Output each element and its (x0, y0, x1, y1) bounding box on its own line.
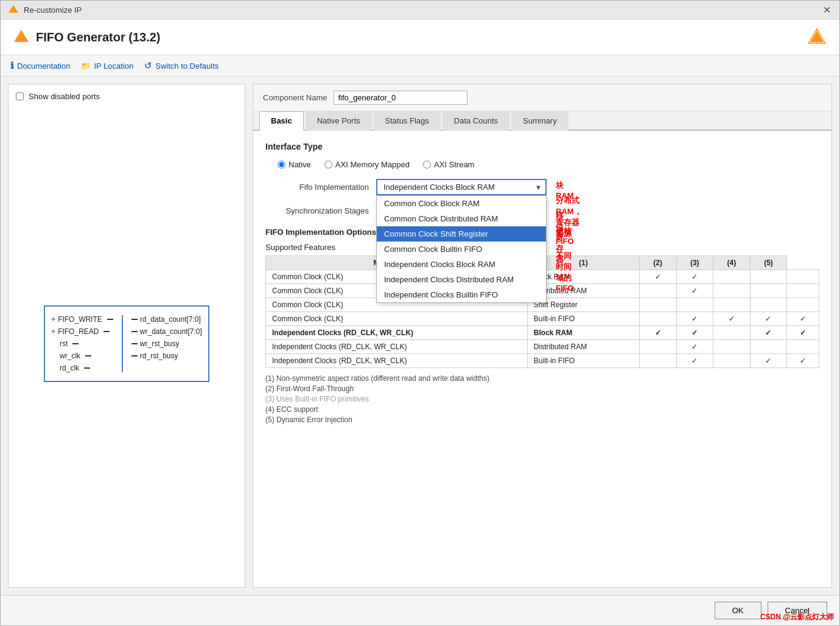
row-6-c1 (639, 354, 676, 368)
fifo-impl-dropdown-menu: Common Clock Block RAM Common Clock Dist… (376, 195, 547, 303)
radio-axi-memory[interactable]: AXI Memory Mapped (324, 160, 410, 169)
dropdown-item-1[interactable]: Common Clock Distributed RAM (377, 211, 546, 226)
fifo-impl-dropdown-area: Independent Clocks Block RAM ▼ Common Cl… (376, 179, 547, 195)
row-0-c1: ✓ (639, 270, 676, 284)
row-5-c2: ✓ (676, 340, 713, 354)
fifo-logo-icon (13, 29, 30, 46)
signal-rd-data-count: rd_data_count[7:0] (131, 315, 201, 324)
annot-block-ram: 块RAM (556, 180, 574, 200)
folder-icon: 📁 (81, 61, 91, 71)
tab-basic[interactable]: Basic (259, 111, 304, 131)
svg-marker-0 (9, 5, 18, 13)
radio-native[interactable]: Native (278, 160, 311, 169)
row-4-c1: ✓ (639, 326, 676, 340)
fifo-implementation-row: Fifo Implementation Independent Clocks B… (265, 179, 819, 195)
component-name-input[interactable] (334, 91, 467, 105)
row-1-c4 (750, 284, 787, 298)
footnote-1: (1) Non-symmetric aspect ratios (differe… (265, 374, 819, 383)
watermark: CSDN @云影点灯大师 (760, 612, 834, 622)
row-3-c2: ✓ (676, 312, 713, 326)
toolbar: ℹ Documentation 📁 IP Location ↺ Switch t… (1, 55, 839, 77)
svg-marker-1 (14, 30, 29, 42)
signal-fifo-write: + FIFO_WRITE (51, 315, 113, 324)
show-ports-row: Show disabled ports (16, 92, 237, 101)
tab-native-ports[interactable]: Native Ports (306, 111, 372, 131)
col-4: (4) (713, 256, 751, 270)
row-0-c4 (750, 270, 787, 284)
switch-defaults-button[interactable]: ↺ Switch to Defaults (144, 60, 219, 71)
documentation-button[interactable]: ℹ Documentation (10, 60, 70, 71)
title-bar-left: Re-customize IP (8, 4, 82, 15)
footnotes: (1) Non-symmetric aspect ratios (differe… (265, 374, 819, 424)
signal-wr-rst-busy: wr_rst_busy (131, 339, 180, 348)
row-6-c3 (713, 354, 751, 368)
component-name-label: Component Name (263, 93, 327, 102)
row-5-c4 (750, 340, 787, 354)
component-name-row: Component Name (253, 85, 831, 111)
row-2-c5 (787, 298, 819, 312)
row-2-c2 (676, 298, 713, 312)
row-4-c4: ✓ (750, 326, 787, 340)
row-5-c3 (713, 340, 751, 354)
row-4-type: Independent Clocks (RD_CLK, WR_CLK) (266, 326, 528, 340)
tab-data-counts[interactable]: Data Counts (443, 111, 509, 131)
row-3-c4: ✓ (750, 312, 787, 326)
bottom-bar: OK Cancel (1, 595, 839, 625)
row-6-c4: ✓ (750, 354, 787, 368)
diagram-area: + FIFO_WRITE + FIFO_READ rst (16, 107, 237, 580)
main-window: Re-customize IP ✕ FIFO Generator (13.2) … (0, 0, 840, 626)
row-0-c5 (787, 270, 819, 284)
row-3-c1 (639, 312, 676, 326)
radio-axi-stream[interactable]: AXI Stream (423, 160, 474, 169)
col-2: (2) (639, 256, 676, 270)
table-row: Common Clock (CLK) Built-in FIFO ✓ ✓ ✓ ✓ (266, 312, 819, 326)
row-4-memory: Block RAM (527, 326, 639, 340)
row-6-type: Independent Clocks (RD_CLK, WR_CLK) (266, 354, 528, 368)
dropdown-item-2[interactable]: Common Clock Shift Register (377, 226, 546, 242)
signal-rd-rst-busy: rd_rst_busy (131, 352, 178, 360)
left-panel: Show disabled ports + FIFO_WRITE (8, 84, 245, 588)
app-icon (8, 4, 19, 15)
dropdown-item-5[interactable]: Independent Clocks Distributed RAM (377, 272, 546, 287)
row-4-c2: ✓ (676, 326, 713, 340)
show-ports-checkbox[interactable] (16, 92, 24, 100)
fifo-diagram: + FIFO_WRITE + FIFO_READ rst (44, 305, 209, 382)
footnote-2: (2) First-Word Fall-Through (265, 384, 819, 393)
signal-rd-clk: rd_clk (60, 364, 113, 372)
table-row: Independent Clocks (RD_CLK, WR_CLK) Bloc… (266, 326, 819, 340)
dropdown-item-4[interactable]: Independent Clocks Block RAM (377, 257, 546, 272)
row-2-c1 (639, 298, 676, 312)
table-row: Independent Clocks (RD_CLK, WR_CLK) Buil… (266, 354, 819, 368)
dropdown-item-3[interactable]: Common Clock Builtin FIFO (377, 242, 546, 257)
row-4-c3 (713, 326, 751, 340)
col-5: (5) (750, 256, 787, 270)
footnote-5: (5) Dynamic Error Injection (265, 416, 819, 424)
fifo-impl-select[interactable]: Independent Clocks Block RAM (376, 179, 547, 195)
tab-summary[interactable]: Summary (511, 111, 569, 131)
info-icon: ℹ (10, 60, 14, 71)
row-5-memory: Distributed RAM (527, 340, 639, 354)
title-text: Re-customize IP (24, 5, 82, 15)
signal-wr-clk: wr_clk (60, 352, 113, 360)
close-button[interactable]: ✕ (821, 4, 832, 15)
row-5-c1 (639, 340, 676, 354)
row-3-type: Common Clock (CLK) (266, 312, 528, 326)
tab-status-flags[interactable]: Status Flags (374, 111, 441, 131)
xilinx-logo-icon (807, 27, 827, 47)
row-2-c3 (713, 298, 751, 312)
interface-type-radios: Native AXI Memory Mapped AXI Stream (278, 160, 819, 169)
fifo-impl-dropdown[interactable]: Independent Clocks Block RAM ▼ (376, 179, 547, 195)
col-3: (3) (676, 256, 713, 270)
ip-location-button[interactable]: 📁 IP Location (81, 61, 133, 71)
dropdown-item-6[interactable]: Independent Clocks Builtin FIFO (377, 287, 546, 302)
fifo-impl-label: Fifo Implementation (265, 183, 369, 192)
footnote-4: (4) ECC support (265, 405, 819, 414)
row-3-c3: ✓ (713, 312, 751, 326)
row-6-c5: ✓ (787, 354, 819, 368)
row-1-c5 (787, 284, 819, 298)
row-0-c2: ✓ (676, 270, 713, 284)
main-content: Show disabled ports + FIFO_WRITE (1, 77, 839, 595)
row-5-type: Independent Clocks (RD_CLK, WR_CLK) (266, 340, 528, 354)
ok-button[interactable]: OK (715, 602, 761, 619)
dropdown-item-0[interactable]: Common Clock Block RAM (377, 196, 546, 211)
